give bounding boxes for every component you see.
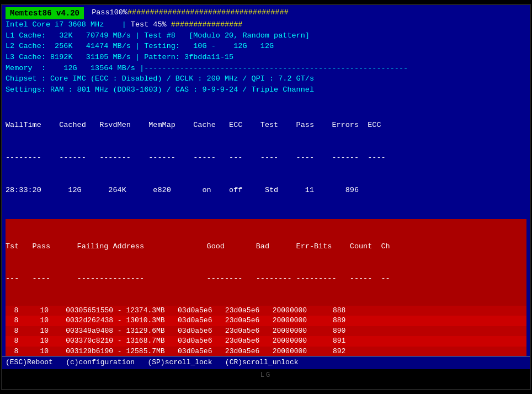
l3-line: L3 Cache: 8192K 31105 MB/s | Pattern: 3f… [6,52,526,63]
l2-line: L2 Cache: 256K 41474 MB/s | Testing: 10G… [6,41,526,52]
error-row-0: 8 10 00305651550 - 12374.3MB 03d0a5e6 23… [6,306,526,316]
pass-info: Pass100%################################… [84,7,526,19]
cpu-section: Intel Core i7 3608 MHz | Test 45% ######… [6,19,526,95]
settings-line: Settings: RAM : 801 MHz (DDR3-1603) / CA… [6,84,526,95]
pass-bar: #################################### [127,8,289,17]
table-col-headers: WallTime Cached RsvdMen MemMap Cache ECC… [6,120,526,131]
pass-label: Pass100% [92,8,127,17]
error-section: Tst Pass Failing Address Good Bad Err-Bi… [6,219,526,306]
l1-line: L1 Cache: 32K 70749 MB/s | Test #8 [Modu… [6,30,526,41]
screen: Memtest86 v4.20 Pass100%################… [2,5,530,369]
bottom-bar: (ESC)Reboot (c)configuration (SP)scroll_… [2,356,530,369]
error-col-headers: Tst Pass Failing Address Good Bad Err-Bi… [6,241,526,252]
l1-text: L1 Cache: 32K 70749 MB/s [6,31,131,40]
l2-text: L2 Cache: 256K 41474 MB/s [6,42,131,50]
test-num: Test #8 [Modulo 20, Random pattern] [144,31,310,40]
table-header: WallTime Cached RsvdMen MemMap Cache ECC… [6,98,526,217]
chipset-line: Chipset : Core IMC (ECC : Disabled) / BC… [6,73,526,84]
test-label: Test 45% [131,20,167,29]
error-row-2: 8 10 003349a9408 - 13129.6MB 03d0a5e6 23… [6,326,526,336]
error-row-3: 8 10 003370c8210 - 13168.7MB 03d0a5e6 23… [6,336,526,346]
cpu-line: Intel Core i7 3608 MHz | Test 45% ######… [6,19,526,30]
table-col-dividers: -------- ------ ------- ------ ----- ---… [6,152,526,163]
cpu-text: Intel Core i7 3608 MHz [6,20,104,29]
l3-text: L3 Cache: 8192K 31105 MB/s [6,53,131,61]
app-title: Memtest86 v4.20 [6,7,84,19]
error-col-dividers: --- ---- --------------- -------- ------… [6,273,526,284]
memory-text: Memory : 12G 13564 MB/s [6,64,135,72]
monitor: Memtest86 v4.20 Pass100%################… [1,4,531,390]
testing-text: Testing: 10G - 12G 12G [144,42,274,50]
pattern-text: Pattern: 3fbdda11-15 [144,53,233,61]
divider-line: ----------------------------------------… [144,64,408,72]
memory-line: Memory : 12G 13564 MB/s |---------------… [6,63,526,74]
table-data-row: 28:33:20 12G 264K e820 on off Std 11 896 [6,185,526,196]
monitor-brand: LG [2,369,530,381]
header-bar: Memtest86 v4.20 Pass100%################… [6,7,526,19]
error-row-1: 8 10 0032d262438 - 13010.3MB 03d0a5e6 23… [6,316,526,326]
test-bar: ################ [171,20,243,29]
error-row-4: 8 10 003129b6190 - 12585.7MB 03d0a5e6 23… [6,347,526,356]
